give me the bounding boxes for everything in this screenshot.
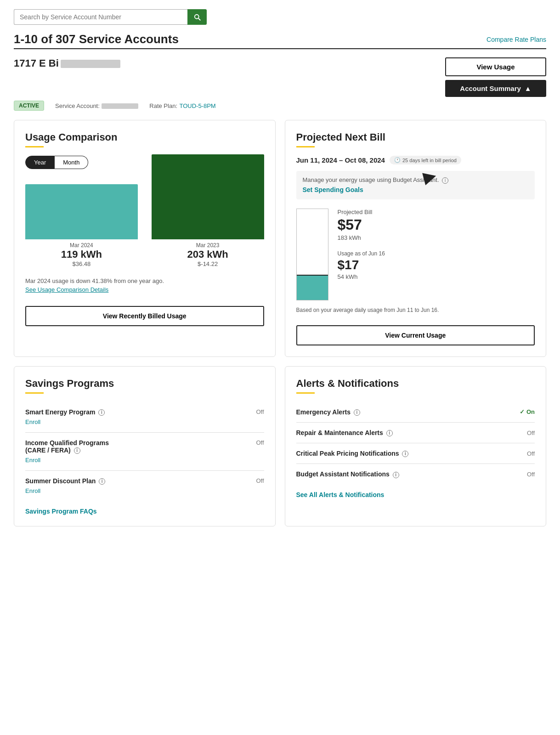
bill-date: Jun 11, 2024 – Oct 08, 2024 (296, 156, 385, 164)
status-badge: ACTIVE (14, 101, 44, 111)
projected-bill-visual: Projected Bill $57 183 kWh Usage as of J… (296, 209, 535, 300)
bottom-cards: Savings Programs Smart Energy Program i … (14, 366, 546, 527)
projected-bill-details: Projected Bill $57 183 kWh Usage as of J… (338, 209, 535, 300)
days-left-badge: 🕐 25 days left in bill period (390, 156, 461, 164)
repair-alerts-status: Off (527, 430, 535, 436)
cards-grid: Usage Comparison Year Month Mar 2024 119… (14, 120, 546, 357)
see-all-alerts-link[interactable]: See All Alerts & Notifications (296, 485, 535, 498)
repair-alerts-name: Repair & Maintenance Alerts i (296, 429, 393, 436)
projected-note: Based on your average daily usage from J… (296, 307, 535, 313)
address-redacted (61, 60, 120, 68)
alert-cpp: Critical Peak Pricing Notifications i Of… (296, 443, 535, 464)
cpp-alerts-name: Critical Peak Pricing Notifications i (296, 450, 409, 457)
emergency-alerts-status: ✓ On (520, 408, 535, 415)
projected-bill-title: Projected Next Bill (296, 131, 535, 143)
savings-faq-link[interactable]: Savings Program FAQs (25, 501, 264, 515)
usage-as-of-amount: $17 (338, 258, 535, 272)
smart-energy-enroll-link[interactable]: Enroll (25, 418, 40, 425)
budget-assistant-box: Manage your energy usage using Budget As… (296, 171, 535, 199)
budget-alerts-info-icon: i (393, 472, 399, 478)
search-bar (14, 9, 207, 25)
service-account-number-redacted (102, 103, 138, 109)
bar-label-2024: Mar 2024 (70, 242, 93, 249)
bar-group-2023: Mar 2023 203 kWh $-14.22 (152, 154, 264, 267)
alert-repair: Repair & Maintenance Alerts i Off (296, 423, 535, 443)
search-input[interactable] (14, 9, 187, 25)
savings-programs-card: Savings Programs Smart Energy Program i … (14, 366, 276, 527)
view-recently-billed-button[interactable]: View Recently Billed Usage (25, 306, 264, 326)
toggle-month-button[interactable]: Month (55, 156, 88, 169)
program-item-care-fera: Income Qualified Programs(CARE / FERA) i… (25, 433, 264, 471)
alerts-card: Alerts & Notifications Emergency Alerts … (285, 366, 547, 527)
projected-bar (296, 209, 328, 300)
usage-details-link[interactable]: See Usage Comparison Details (25, 286, 264, 293)
care-fera-status: Off (256, 439, 264, 446)
bill-date-row: Jun 11, 2024 – Oct 08, 2024 🕐 25 days le… (296, 156, 535, 164)
alert-emergency: Emergency Alerts i ✓ On (296, 402, 535, 423)
compare-rate-plans-link[interactable]: Compare Rate Plans (486, 36, 546, 43)
cpp-info-icon: i (402, 451, 408, 457)
title-underline (25, 146, 44, 147)
budget-alerts-status: Off (527, 471, 535, 478)
accounts-header: 1-10 of 307 Service Accounts Compare Rat… (14, 32, 546, 46)
account-action-buttons: View Usage Account Summary ▲ (445, 57, 546, 97)
usage-comparison-card: Usage Comparison Year Month Mar 2024 119… (14, 120, 276, 357)
care-fera-enroll-link[interactable]: Enroll (25, 457, 40, 464)
projected-bar-empty (297, 209, 328, 275)
alerts-underline (296, 392, 315, 394)
summer-discount-info-icon: i (99, 478, 105, 485)
summer-discount-status: Off (256, 477, 264, 484)
program-item-summer-discount: Summer Discount Plan i Off Enroll (25, 471, 264, 501)
projected-bar-filled (297, 275, 328, 300)
bar-dollars-2023: $-14.22 (198, 260, 218, 267)
smart-energy-status: Off (256, 408, 264, 415)
usage-as-of-label: Usage as of Jun 16 (338, 250, 535, 257)
bar-dollars-2024: $36.48 (72, 260, 91, 267)
usage-as-of-kwh: 54 kWh (338, 273, 535, 280)
savings-underline (25, 392, 44, 394)
account-summary-button[interactable]: Account Summary ▲ (445, 80, 546, 97)
projected-kwh: 183 kWh (338, 234, 535, 241)
budget-info-icon: i (442, 177, 448, 184)
rate-plan-link[interactable]: TOUD-5-8PM (179, 102, 215, 109)
accounts-count: 1-10 of 307 Service Accounts (14, 32, 179, 46)
bar-label-2023: Mar 2023 (196, 242, 220, 249)
view-current-usage-button[interactable]: View Current Usage (296, 325, 535, 345)
account-header: 1717 E Bi View Usage Account Summary ▲ (14, 57, 546, 97)
service-account-label: Service Account: (55, 102, 138, 110)
care-fera-info-icon: i (74, 447, 80, 454)
account-info-row: ACTIVE Service Account: Rate Plan: TOUD-… (14, 101, 546, 111)
repair-info-icon: i (386, 430, 393, 436)
alert-budget: Budget Assistant Notifications i Off (296, 464, 535, 484)
bar-kwh-2023: 203 kWh (187, 249, 228, 260)
view-usage-button[interactable]: View Usage (445, 57, 546, 76)
emergency-info-icon: i (354, 409, 360, 416)
summer-discount-enroll-link[interactable]: Enroll (25, 487, 40, 494)
bar-chart: Mar 2024 119 kWh $36.48 Mar 2023 203 kWh… (25, 180, 264, 272)
header-divider (14, 48, 546, 49)
days-left-text: 25 days left in bill period (402, 158, 457, 163)
rate-plan-info: Rate Plan: TOUD-5-8PM (149, 102, 215, 110)
smart-energy-info-icon: i (98, 409, 105, 416)
clock-icon: 🕐 (394, 157, 401, 163)
cpp-alerts-status: Off (527, 450, 535, 457)
program-item-smart-energy: Smart Energy Program i Off Enroll (25, 402, 264, 433)
set-spending-goals-link[interactable]: Set Spending Goals (303, 186, 363, 193)
care-fera-name: Income Qualified Programs(CARE / FERA) i (25, 439, 109, 454)
bar-2024 (25, 184, 138, 239)
summer-discount-name: Summer Discount Plan i (25, 477, 105, 485)
savings-programs-title: Savings Programs (25, 378, 264, 390)
title-underline-2 (296, 146, 315, 147)
account-address: 1717 E Bi (14, 57, 120, 69)
bar-group-2024: Mar 2024 119 kWh $36.48 (25, 184, 138, 267)
usage-note: Mar 2024 usage is down 41.38% from one y… (25, 277, 264, 284)
smart-energy-name: Smart Energy Program i (25, 408, 105, 416)
bar-kwh-2024: 119 kWh (61, 249, 102, 260)
projected-label: Projected Bill (338, 209, 535, 215)
budget-assistant-text: Manage your energy usage using Budget As… (303, 176, 439, 183)
toggle-year-button[interactable]: Year (25, 156, 55, 169)
search-button[interactable] (187, 9, 207, 25)
projected-amount: $57 (338, 216, 535, 233)
bar-2023 (152, 154, 264, 239)
emergency-alerts-name: Emergency Alerts i (296, 408, 360, 416)
